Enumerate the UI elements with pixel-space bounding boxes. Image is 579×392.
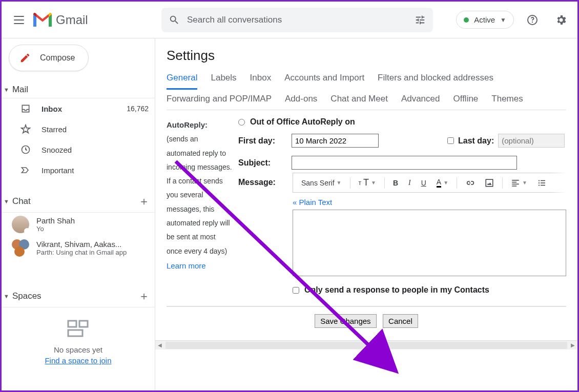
underline-button[interactable]: U (417, 177, 430, 189)
subject-input[interactable] (292, 156, 517, 170)
scroll-track[interactable] (166, 342, 567, 349)
inbox-count: 16,762 (127, 105, 149, 113)
add-chat-button[interactable]: ＋ (138, 194, 150, 209)
nav-label: Important (42, 166, 74, 175)
status-dot-icon (464, 17, 469, 23)
insert-image-button[interactable] (481, 176, 498, 190)
chat-title: Vikrant, Shivam, Aakas... (36, 240, 127, 249)
spaces-icon (67, 320, 90, 337)
tab-forwarding-and-pop-imap[interactable]: Forwarding and POP/IMAP (167, 94, 272, 109)
collapse-icon: ▼ (4, 198, 9, 204)
font-size-button[interactable]: тT ▼ (355, 175, 380, 190)
compose-label: Compose (40, 53, 75, 63)
mail-section-title: Mail (12, 85, 28, 95)
search-options-icon[interactable] (415, 14, 426, 26)
inbox-icon (20, 104, 31, 114)
spaces-empty-text: No spaces yet (2, 345, 155, 354)
autoreply-on-label: Out of Office AutoReply on (250, 117, 355, 127)
font-family-select[interactable]: Sans Serif ▼ (297, 177, 346, 189)
chat-item[interactable]: Parth Shah Yo (2, 213, 155, 236)
italic-button[interactable]: I (404, 177, 415, 189)
hamburger-icon (14, 16, 24, 24)
tab-inbox[interactable]: Inbox (250, 73, 272, 90)
brand-logo[interactable]: Gmail (33, 13, 136, 27)
tab-accounts-and-import[interactable]: Accounts and Import (284, 73, 364, 90)
main-menu-button[interactable] (8, 9, 30, 31)
help-button[interactable] (522, 10, 543, 30)
list-button[interactable] (533, 176, 551, 190)
learn-more-link[interactable]: Learn more (167, 258, 232, 273)
svg-point-8 (539, 182, 540, 183)
tab-general[interactable]: General (167, 73, 197, 90)
autoreply-on-radio[interactable] (238, 119, 245, 126)
header-actions: Active ▼ (456, 10, 571, 30)
nav-label: Snoozed (42, 146, 72, 154)
cancel-button[interactable]: Cancel (383, 314, 418, 328)
plain-text-link[interactable]: « Plain Text (293, 198, 332, 207)
search-box[interactable] (161, 8, 433, 32)
chat-preview: Parth: Using chat in Gmail app (36, 249, 127, 256)
first-day-input[interactable] (292, 134, 379, 148)
tab-filters-and-blocked-addresses[interactable]: Filters and blocked addresses (378, 73, 493, 90)
settings-button[interactable] (551, 10, 571, 30)
nav-important[interactable]: Important (2, 160, 155, 180)
collapse-icon: ▼ (4, 293, 9, 299)
spaces-empty-state: No spaces yet Find a space to join (2, 320, 155, 365)
insert-link-button[interactable] (461, 176, 479, 190)
compose-button[interactable]: Compose (9, 45, 89, 71)
tab-advanced[interactable]: Advanced (401, 94, 440, 109)
search-input[interactable] (187, 15, 415, 25)
scroll-left-icon[interactable]: ◀ (155, 342, 164, 348)
nav-label: Inbox (42, 105, 62, 113)
tab-labels[interactable]: Labels (211, 73, 236, 90)
tab-offline[interactable]: Offline (453, 94, 479, 109)
svg-rect-3 (68, 321, 76, 327)
autoreply-heading: AutoReply: (167, 117, 232, 132)
chat-item[interactable]: Vikrant, Shivam, Aakas... Parth: Using c… (2, 236, 155, 260)
last-day-input[interactable] (498, 134, 565, 148)
message-label: Message: (238, 178, 284, 187)
status-dropdown[interactable]: Active ▼ (456, 11, 514, 29)
link-icon (465, 178, 474, 188)
subject-label: Subject: (238, 158, 284, 168)
settings-tabs: GeneralLabelsInboxAccounts and ImportFil… (167, 73, 566, 110)
sidebar: Compose ▼ Mail Inbox 16,762 Starred Snoo… (2, 38, 155, 390)
tab-add-ons[interactable]: Add-ons (285, 94, 317, 109)
gmail-icon (33, 13, 52, 27)
nav-snoozed[interactable]: Snoozed (2, 139, 155, 160)
bold-button[interactable]: B (389, 177, 402, 189)
svg-rect-5 (68, 330, 82, 336)
contacts-only-checkbox[interactable] (293, 287, 299, 294)
svg-point-9 (539, 184, 540, 185)
chat-section-header[interactable]: ▼ Chat ＋ (2, 191, 155, 213)
spaces-section-header[interactable]: ▼ Spaces ＋ (2, 285, 155, 307)
find-space-link[interactable]: Find a space to join (2, 356, 155, 365)
contacts-only-label: Only send a response to people in my Con… (304, 285, 489, 295)
svg-point-7 (539, 180, 540, 181)
main-content: Settings GeneralLabelsInboxAccounts and … (155, 38, 577, 390)
horizontal-scrollbar[interactable]: ◀ ▶ (155, 340, 577, 349)
image-icon (485, 178, 494, 188)
last-day-label: Last day: (458, 136, 494, 146)
save-changes-button[interactable]: Save Changes (315, 314, 376, 328)
message-editor[interactable] (293, 210, 566, 276)
nav-label: Starred (42, 125, 67, 134)
clock-icon (20, 145, 31, 155)
pencil-icon (19, 52, 31, 64)
last-day-checkbox[interactable] (447, 137, 454, 144)
text-color-button[interactable]: A ▼ (432, 176, 452, 190)
scroll-right-icon[interactable]: ▶ (568, 342, 577, 348)
message-toolbar: Sans Serif ▼ тT ▼ B I U A ▼ (293, 173, 566, 193)
tab-chat-and-meet[interactable]: Chat and Meet (330, 94, 388, 109)
mail-section-header[interactable]: ▼ Mail (2, 81, 155, 98)
nav-starred[interactable]: Starred (2, 119, 155, 139)
gear-icon (555, 14, 567, 26)
tab-themes[interactable]: Themes (491, 94, 523, 109)
brand-text: Gmail (56, 13, 88, 27)
align-button[interactable]: ▼ (507, 176, 531, 190)
autoreply-section: AutoReply: (sends an automated reply to … (167, 110, 566, 306)
nav-inbox[interactable]: Inbox 16,762 (2, 98, 155, 119)
help-icon (526, 14, 539, 26)
first-day-label: First day: (238, 136, 284, 146)
add-space-button[interactable]: ＋ (138, 288, 150, 304)
